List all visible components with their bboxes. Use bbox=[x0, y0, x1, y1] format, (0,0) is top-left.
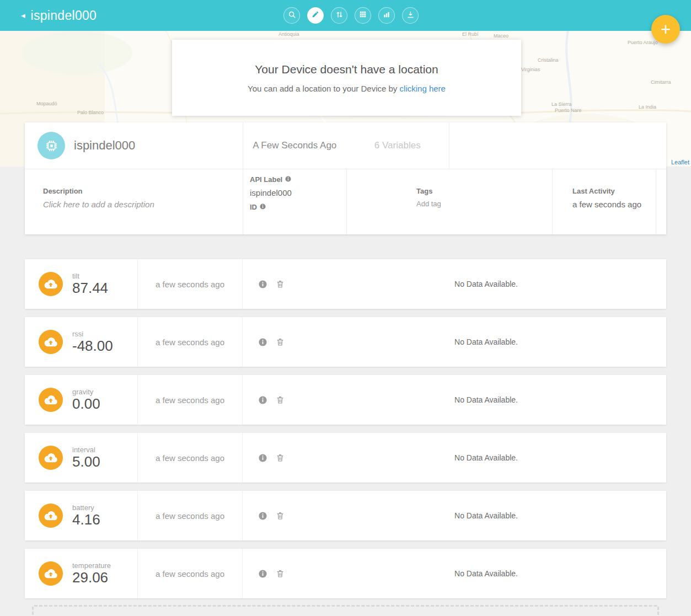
variable-value: 0.00 bbox=[72, 396, 100, 413]
sort-button[interactable] bbox=[331, 7, 347, 24]
search-button[interactable] bbox=[283, 7, 300, 24]
cloud-upload-icon bbox=[39, 330, 63, 354]
no-data-message: No Data Available. bbox=[306, 375, 666, 425]
variable-name: interval bbox=[72, 446, 100, 454]
variable-last-update: a few seconds ago bbox=[138, 375, 243, 425]
info-icon[interactable] bbox=[258, 569, 267, 578]
info-icon[interactable] bbox=[258, 280, 267, 289]
description-label: Description bbox=[43, 187, 243, 195]
trash-icon[interactable] bbox=[276, 395, 285, 405]
cloud-upload-icon bbox=[39, 446, 63, 470]
variable-name: battery bbox=[72, 503, 100, 512]
page-title: ispindel000 bbox=[31, 8, 97, 23]
trash-icon[interactable] bbox=[276, 279, 285, 289]
no-location-text: You can add a location to your Device by… bbox=[248, 84, 446, 93]
download-button[interactable] bbox=[402, 7, 419, 24]
table-view-button[interactable] bbox=[355, 7, 371, 24]
info-icon[interactable] bbox=[258, 453, 267, 463]
info-icon[interactable] bbox=[285, 175, 291, 184]
swap-vertical-icon bbox=[335, 10, 344, 21]
no-data-message: No Data Available. bbox=[306, 549, 666, 598]
no-data-message: No Data Available. bbox=[306, 491, 666, 540]
info-icon[interactable] bbox=[260, 203, 266, 211]
last-activity-value: a few seconds ago bbox=[572, 200, 656, 209]
cloud-upload-icon bbox=[39, 561, 63, 586]
back-button[interactable]: ◂ ispindel000 bbox=[0, 8, 97, 23]
tags-label: Tags bbox=[416, 187, 552, 195]
trash-icon[interactable] bbox=[276, 569, 285, 578]
topbar: ◂ ispindel000 bbox=[0, 0, 691, 31]
plus-icon: + bbox=[661, 20, 671, 38]
trash-icon[interactable] bbox=[276, 453, 285, 463]
device-variables-count: 6 Variables bbox=[346, 122, 449, 169]
variable-last-update: a few seconds ago bbox=[138, 317, 243, 367]
no-data-message: No Data Available. bbox=[306, 259, 666, 309]
map-place-label: Antioquia bbox=[278, 31, 299, 37]
variable-value: 4.16 bbox=[72, 512, 100, 528]
no-data-message: No Data Available. bbox=[306, 433, 666, 483]
tags-section: Tags Add tag bbox=[346, 169, 552, 234]
variable-last-update: a few seconds ago bbox=[138, 549, 243, 598]
add-description-link[interactable]: Click here to add a description bbox=[43, 200, 243, 209]
bar-chart-icon bbox=[383, 10, 390, 20]
stats-button[interactable] bbox=[378, 7, 395, 24]
variable-row[interactable]: interval 5.00 a few seconds ago No Data … bbox=[25, 433, 666, 483]
map-place-label: Cimitarra bbox=[651, 79, 671, 85]
no-location-card: Your Device doesn't have a location You … bbox=[172, 40, 521, 116]
api-label-label: API Label bbox=[250, 175, 282, 184]
device-identity: ispindel000 bbox=[25, 122, 243, 169]
trash-icon[interactable] bbox=[276, 337, 285, 347]
map-place-label: Palo Blanco bbox=[77, 110, 104, 115]
description-section: Description Click here to add a descript… bbox=[25, 169, 243, 234]
map-place-label: La India bbox=[639, 104, 656, 110]
topbar-actions bbox=[283, 7, 419, 24]
info-icon[interactable] bbox=[258, 395, 267, 405]
edit-button[interactable] bbox=[307, 7, 324, 24]
search-icon bbox=[288, 10, 296, 21]
variable-row[interactable]: rssi -48.00 a few seconds ago No Data Av… bbox=[25, 317, 666, 367]
add-location-link[interactable]: clicking here bbox=[400, 84, 446, 93]
variable-row[interactable]: battery 4.16 a few seconds ago No Data A… bbox=[25, 491, 666, 540]
pencil-icon bbox=[312, 10, 319, 20]
id-label: ID bbox=[250, 203, 257, 211]
variable-last-update: a few seconds ago bbox=[138, 491, 243, 540]
variable-row[interactable]: temperature 29.06 a few seconds ago No D… bbox=[25, 549, 666, 598]
cloud-upload-icon bbox=[39, 503, 63, 528]
info-icon[interactable] bbox=[258, 338, 267, 347]
device-name: ispindel000 bbox=[74, 138, 135, 153]
add-tag-link[interactable]: Add tag bbox=[416, 200, 552, 208]
map-place-label: Cristalina bbox=[538, 57, 559, 63]
info-icon[interactable] bbox=[258, 511, 267, 521]
variable-last-update: a few seconds ago bbox=[138, 259, 243, 309]
variable-last-update: a few seconds ago bbox=[138, 433, 243, 483]
variable-name: rssi bbox=[72, 330, 113, 338]
add-button[interactable]: + bbox=[651, 15, 680, 44]
variable-value: 29.06 bbox=[72, 570, 111, 586]
leaflet-attribution-link[interactable]: Leaflet bbox=[669, 159, 691, 165]
grid-icon bbox=[359, 10, 367, 20]
variable-value: -48.00 bbox=[72, 338, 113, 355]
back-arrow-icon: ◂ bbox=[21, 10, 25, 20]
variable-row[interactable]: tilt 87.44 a few seconds ago No Data Ava… bbox=[25, 259, 666, 309]
map-place-label: Puerto Nare bbox=[555, 108, 582, 113]
cloud-upload-icon bbox=[39, 388, 63, 412]
trash-icon[interactable] bbox=[276, 511, 285, 521]
device-card: ispindel000 A Few Seconds Ago 6 Variable… bbox=[25, 122, 666, 234]
map-place-label: El Rubí bbox=[462, 31, 479, 37]
map-place-label: Puerto Araujo bbox=[628, 40, 658, 45]
api-label-section: API Label ispindel000 ID bbox=[243, 169, 346, 234]
variable-name: gravity bbox=[72, 388, 100, 396]
device-last-seen: A Few Seconds Ago bbox=[243, 122, 346, 169]
variable-row[interactable]: gravity 0.00 a few seconds ago No Data A… bbox=[25, 375, 666, 425]
map-place-label: Maceo bbox=[494, 33, 508, 39]
variable-name: tilt bbox=[72, 272, 108, 280]
add-variable-dropzone[interactable] bbox=[32, 605, 659, 616]
chip-icon bbox=[38, 132, 65, 159]
last-activity-section: Last Activity a few seconds ago bbox=[552, 169, 656, 234]
cloud-upload-icon bbox=[39, 272, 63, 296]
map-place-label: Mopaudó bbox=[36, 101, 57, 106]
map-place-label: La Sierra bbox=[551, 101, 572, 107]
variable-value: 5.00 bbox=[72, 454, 100, 470]
variable-value: 87.44 bbox=[72, 280, 108, 297]
variable-name: temperature bbox=[72, 561, 111, 570]
